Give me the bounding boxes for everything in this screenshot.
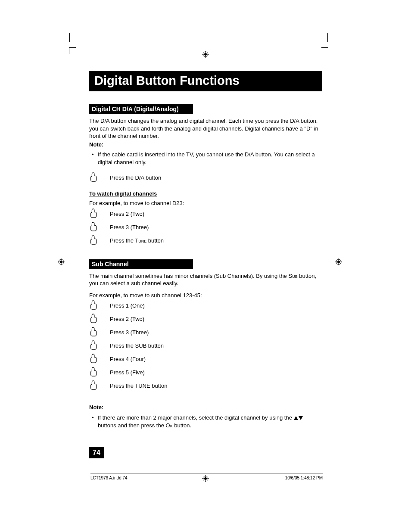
press-hand-icon: [89, 300, 110, 311]
footer-timestamp: 10/6/05 1:48:12 PM: [285, 476, 323, 480]
step-row: Press the SUB button: [89, 340, 322, 352]
registration-mark-icon: [58, 258, 65, 265]
press-hand-icon: [89, 172, 110, 184]
step-text: Press 2 (Two): [110, 316, 144, 322]
note-label: Note:: [89, 141, 322, 149]
step-row: Press the Tune button: [89, 235, 322, 246]
section-heading-digital-ch: Digital CH D/A (Digital/Analog): [89, 104, 193, 114]
press-hand-icon: [89, 353, 110, 365]
step-text: Press the TUNE button: [110, 383, 167, 389]
step-text: Press 3 (Three): [110, 224, 149, 230]
press-hand-icon: [89, 380, 110, 392]
section-heading-sub-channel: Sub Channel: [89, 259, 193, 269]
registration-mark-icon: [202, 475, 209, 482]
down-arrow-icon: [299, 416, 303, 420]
example-intro-1: For example, to move to channel D23:: [89, 199, 322, 207]
press-hand-icon: [89, 221, 110, 233]
bullet-dot-icon: •: [92, 151, 98, 166]
step-row: Press the D/A button: [89, 172, 322, 184]
page-content: Digital Button Functions Digital CH D/A …: [89, 71, 322, 433]
up-arrow-icon: [294, 416, 298, 420]
step-row: Press 3 (Three): [89, 221, 322, 233]
step-row: Press the TUNE button: [89, 380, 322, 392]
step-text: Press the SUB button: [110, 342, 164, 349]
section1-intro: The D/A button changes the analog and di…: [89, 117, 322, 140]
registration-mark-icon: [202, 51, 209, 58]
step-row: Press 5 (Five): [89, 367, 322, 378]
step-text: Press 4 (Four): [110, 356, 146, 362]
note-label: Note:: [89, 404, 322, 411]
section2-intro: The main channel sometimes has minor cha…: [89, 272, 322, 287]
step-row: Press 2 (Two): [89, 208, 322, 220]
press-hand-icon: [89, 235, 110, 246]
page-number: 74: [89, 447, 104, 458]
crop-mark: [69, 47, 76, 54]
sub-heading-watch-digital: To watch digital channels: [89, 190, 322, 197]
step-row: Press 4 (Four): [89, 353, 322, 365]
press-hand-icon: [89, 327, 110, 338]
note-text: If the cable card is inserted into the T…: [98, 151, 322, 166]
step-text: Press 2 (Two): [110, 211, 144, 217]
note-bullet: • If there are more than 2 major channel…: [92, 414, 322, 429]
step-row: Press 2 (Two): [89, 313, 322, 325]
registration-mark-icon: [335, 258, 342, 265]
step-text: Press 5 (Five): [110, 369, 145, 376]
footer-filename: LCT1976 A.indd 74: [90, 476, 128, 480]
step-row: Press 3 (Three): [89, 327, 322, 338]
note-bullet: • If the cable card is inserted into the…: [92, 151, 322, 166]
crop-mark: [321, 47, 328, 54]
example-intro-2: For example, to move to sub channel 123-…: [89, 292, 322, 299]
note-text: If there are more than 2 major channels,…: [98, 414, 322, 429]
press-hand-icon: [89, 367, 110, 378]
step-text: Press the D/A button: [110, 174, 161, 181]
press-hand-icon: [89, 340, 110, 352]
press-hand-icon: [89, 313, 110, 325]
footer-rule: [90, 473, 323, 473]
press-hand-icon: [89, 208, 110, 220]
step-text: Press 1 (One): [110, 302, 145, 309]
page-title: Digital Button Functions: [89, 71, 322, 91]
step-text: Press the Tune button: [110, 237, 164, 244]
step-row: Press 1 (One): [89, 300, 322, 311]
bullet-dot-icon: •: [92, 414, 98, 429]
step-text: Press 3 (Three): [110, 329, 149, 336]
